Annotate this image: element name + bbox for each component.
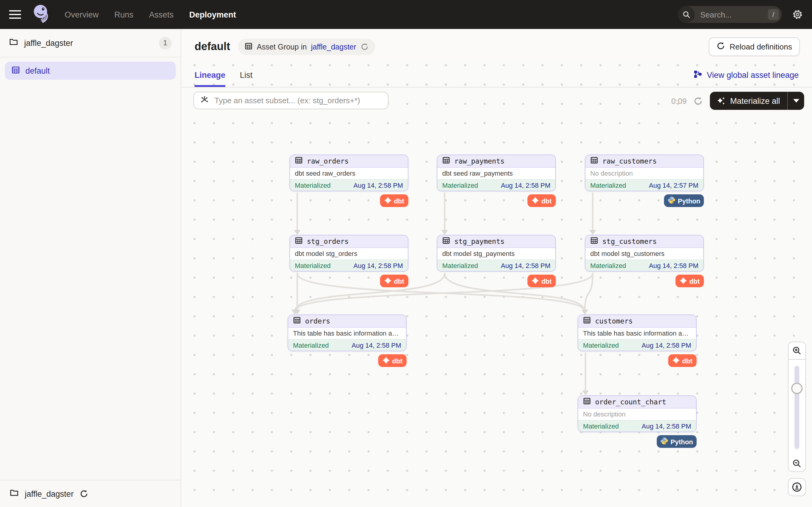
asset-group-chip: Asset Group in jaffle_dagster [238,39,375,55]
python-icon [660,437,668,446]
zoom-slider-handle[interactable] [791,383,803,394]
asset-name: stg_orders [307,237,349,246]
refresh-icon[interactable] [360,43,368,51]
asset-group-icon [11,65,20,76]
table-icon [293,316,301,327]
asset-name: raw_orders [307,157,349,165]
asset-timestamp: Aug 14, 2:58 PM [353,262,403,269]
refresh-icon [716,42,725,52]
asset-description: dbt model stg_payments [438,248,555,260]
lineage-edges [181,88,812,501]
hamburger-icon[interactable] [9,8,22,21]
table-icon [590,156,598,167]
nav-item-overview[interactable]: Overview [65,10,99,19]
asset-description: dbt model stg_customers [586,248,703,260]
page-header: default Asset Group in jaffle_dagster [181,29,812,62]
materialize-all-label: Materialize all [726,96,780,105]
reload-definitions-button[interactable]: Reload definitions [708,38,800,56]
refresh-timer: 0:09 [671,96,687,105]
chip-prefix: Asset Group in [257,43,307,51]
asset-subset-icon [200,95,209,106]
asset-description: No description [586,168,703,179]
asset-node-raw_payments[interactable]: raw_paymentsdbt seed raw_paymentsMateria… [437,155,556,191]
materialize-toolbar: 0:09 Materialize all [671,92,804,110]
asset-name: stg_payments [454,237,504,246]
dbt-badge: dbt [380,194,408,207]
materialize-all-button[interactable]: Materialize all [710,92,804,110]
refresh-icon[interactable] [80,490,88,498]
chip-repo-link[interactable]: jaffle_dagster [311,43,356,51]
asset-status: Materialized [442,182,478,189]
primary-nav: Overview Runs Assets Deployment [65,10,236,19]
dbt-icon [532,196,539,205]
search-shortcut-key: / [768,9,779,20]
asset-name: customers [595,317,633,325]
asset-node-orders[interactable]: ordersThis table has basic information a… [288,315,407,351]
nav-item-deployment[interactable]: Deployment [189,10,236,19]
asset-name: raw_payments [454,157,504,165]
footer-repo-label: jaffle_dagster [25,489,74,498]
asset-timestamp: Aug 14, 2:58 PM [501,262,550,269]
gear-icon[interactable] [792,9,803,20]
asset-node-customers[interactable]: customersThis table has basic informatio… [577,315,697,351]
dbt-icon [384,277,392,285]
zoom-slider-track[interactable] [795,366,799,449]
tab-lineage[interactable]: Lineage [195,71,225,87]
asset-filter-input[interactable]: Type an asset subset... (ex: stg_orders+… [193,92,389,109]
asset-description: No description [578,409,696,420]
dbt-badge: dbt [668,354,697,367]
sidebar-item-default-group[interactable]: default [5,62,176,80]
view-global-asset-lineage-link[interactable]: View global asset lineage [694,70,799,87]
download-image-button[interactable] [788,478,806,496]
asset-status: Materialized [295,262,331,269]
dbt-icon [532,277,539,285]
asset-node-stg_customers[interactable]: stg_customersdbt model stg_customersMate… [585,235,704,272]
table-icon [590,236,598,247]
asset-node-raw_orders[interactable]: raw_ordersdbt seed raw_ordersMaterialize… [289,155,408,191]
tab-bar: Lineage List View global asset lineage [181,62,812,88]
nav-item-assets[interactable]: Assets [149,10,174,19]
nav-item-runs[interactable]: Runs [114,10,134,19]
asset-status: Materialized [590,262,626,269]
dropdown-caret-icon[interactable] [788,99,804,103]
asset-status: Materialized [442,262,478,269]
asset-status: Materialized [590,182,626,189]
asset-name: orders [305,317,330,325]
asset-timestamp: Aug 14, 2:58 PM [649,262,698,269]
zoom-out-button[interactable] [788,455,806,472]
asset-status: Materialized [295,182,331,189]
lineage-viewport[interactable]: raw_ordersdbt seed raw_ordersMaterialize… [181,88,812,507]
tab-list[interactable]: List [240,71,253,87]
sidebar-item-jaffle-dagster[interactable]: jaffle_dagster 1 [0,29,181,57]
asset-node-order_count_chart[interactable]: order_count_chartNo descriptionMateriali… [577,395,697,432]
asset-description: dbt model stg_orders [290,248,408,260]
search-input[interactable]: Search... / [678,6,782,23]
sidebar-footer: jaffle_dagster [0,480,181,507]
dbt-icon [383,356,390,365]
zoom-slider[interactable] [788,360,806,455]
dagster-logo-icon[interactable] [31,3,51,26]
dbt-badge: dbt [527,194,556,207]
search-placeholder: Search... [700,10,762,19]
asset-timestamp: Aug 14, 2:57 PM [649,182,698,189]
asset-node-stg_payments[interactable]: stg_paymentsdbt model stg_paymentsMateri… [437,235,556,272]
refresh-icon[interactable] [694,96,703,105]
group-label: default [26,66,50,75]
asset-node-raw_customers[interactable]: raw_customersNo descriptionMaterializedA… [585,155,704,191]
asset-name: order_count_chart [595,398,666,406]
sparkle-icon [717,96,726,105]
asset-timestamp: Aug 14, 2:58 PM [642,422,691,430]
table-icon [245,42,253,52]
sidebar: jaffle_dagster 1 default jaffle_dagster [0,29,181,507]
python-icon [668,196,675,205]
table-icon [442,236,450,247]
asset-timestamp: Aug 14, 2:58 PM [642,342,691,349]
table-icon [295,236,303,247]
zoom-controls [788,342,806,496]
asset-filter-placeholder: Type an asset subset... (ex: stg_orders+… [214,96,360,105]
asset-description: dbt seed raw_orders [290,168,408,179]
zoom-in-button[interactable] [788,342,806,360]
dbt-badge: dbt [675,275,704,287]
asset-node-stg_orders[interactable]: stg_ordersdbt model stg_ordersMaterializ… [289,235,408,272]
table-icon [295,156,303,167]
